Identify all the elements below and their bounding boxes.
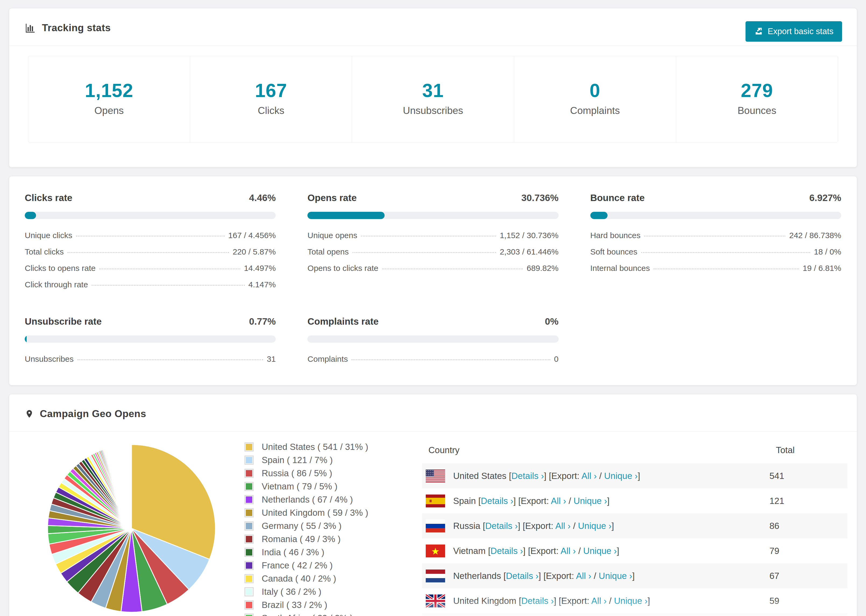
detail-label: Clicks to opens rate	[25, 264, 96, 273]
campaign-geo-opens-card: Campaign Geo Opens United States ( 541 /…	[9, 394, 857, 616]
table-row-de: Germany [Details ›] [Export: All › / Uni…	[422, 613, 847, 616]
total-cell: 67	[770, 563, 847, 588]
dotted-leader	[644, 236, 785, 237]
details-link[interactable]: Details ›	[506, 571, 538, 581]
tracking-stats-header: Tracking stats Export basic stats	[9, 8, 857, 46]
summary-value: 279	[679, 80, 835, 101]
detail-value: 167 / 4.456%	[228, 231, 276, 240]
table-row-ru: Russia [Details ›] [Export: All › / Uniq…	[422, 513, 847, 538]
table-row-us: United States [Details ›] [Export: All ›…	[422, 464, 847, 488]
export-unique-link[interactable]: Unique ›	[578, 521, 612, 531]
export-unique-link[interactable]: Unique ›	[604, 471, 638, 481]
details-link[interactable]: Details ›	[511, 471, 544, 481]
summary-label: Complaints	[517, 105, 673, 116]
detail-label: Unique clicks	[25, 231, 72, 240]
summary-value: 31	[355, 80, 511, 101]
geo-table-header-row: Country Total	[422, 437, 847, 464]
dotted-leader	[77, 359, 263, 360]
legend-swatch	[244, 482, 254, 491]
export-all-link[interactable]: All ›	[591, 596, 607, 606]
rate-progress-fill	[590, 212, 608, 219]
legend-swatch	[244, 508, 254, 517]
us-flag-icon	[426, 470, 445, 482]
rates-grid: Clicks rate4.46%Unique clicks167 / 4.456…	[25, 192, 841, 364]
country-links: Russia [Details ›] [Export: All › / Uniq…	[453, 521, 614, 531]
legend-swatch	[244, 534, 254, 544]
dotted-leader	[68, 252, 229, 253]
summary-label: Unsubscribes	[355, 105, 511, 116]
country-links: United States [Details ›] [Export: All ›…	[453, 471, 640, 481]
geo-content: United States ( 541 / 31% )Spain ( 121 /…	[9, 432, 857, 616]
detail-value: 14.497%	[244, 264, 276, 273]
export-basic-stats-button[interactable]: Export basic stats	[746, 21, 842, 42]
detail-value: 4.147%	[249, 280, 276, 289]
rate-title: Unsubscribe rate	[25, 316, 102, 327]
detail-label: Hard bounces	[590, 231, 641, 240]
dotted-leader	[76, 236, 225, 237]
rate-title: Bounce rate	[590, 192, 645, 203]
legend-item: Brazil ( 33 / 2% )	[244, 600, 419, 610]
summary-value: 167	[193, 80, 349, 101]
legend-swatch	[244, 587, 254, 596]
export-unique-link[interactable]: Unique ›	[583, 546, 617, 556]
dotted-leader	[653, 269, 799, 269]
detail-label: Opens to clicks rate	[307, 264, 378, 273]
total-cell: 86	[770, 513, 847, 538]
export-all-link[interactable]: All ›	[581, 471, 597, 481]
country-name: United Kingdom	[453, 596, 519, 606]
detail-row: Hard bounces242 / 86.738%	[590, 231, 841, 240]
details-link[interactable]: Details ›	[491, 546, 523, 556]
table-row-gb: United Kingdom [Details ›] [Export: All …	[422, 588, 847, 613]
legend-label: Romania ( 49 / 3% )	[262, 534, 340, 544]
country-cell: Russia [Details ›] [Export: All › / Uniq…	[422, 513, 770, 538]
legend-swatch	[244, 600, 254, 610]
legend-item: United Kingdom ( 59 / 3% )	[244, 508, 419, 518]
details-link[interactable]: Details ›	[481, 496, 513, 506]
legend-item: Spain ( 121 / 7% )	[244, 455, 419, 465]
country-cell: United Kingdom [Details ›] [Export: All …	[422, 588, 770, 613]
rate-progress-bar	[25, 212, 276, 219]
summary-value: 1,152	[31, 80, 187, 101]
rate-head: Complaints rate0%	[307, 316, 558, 327]
details-link[interactable]: Details ›	[485, 521, 518, 531]
summary-cell-opens: 1,152Opens	[28, 56, 190, 142]
legend-swatch	[244, 561, 254, 570]
export-all-link[interactable]: All ›	[576, 571, 591, 581]
dotted-leader	[99, 269, 240, 269]
legend-label: United Kingdom ( 59 / 3% )	[262, 508, 368, 518]
legend-swatch	[244, 495, 254, 504]
country-name: Spain	[453, 496, 479, 506]
export-all-link[interactable]: All ›	[555, 521, 571, 531]
country-links: Netherlands [Details ›] [Export: All › /…	[453, 571, 635, 581]
page-title: Tracking stats	[42, 22, 111, 34]
rate-progress-bar	[25, 335, 276, 343]
export-unique-link[interactable]: Unique ›	[599, 571, 632, 581]
summary-cell-clicks: 167Clicks	[190, 56, 352, 142]
detail-value: 19 / 6.81%	[803, 264, 841, 273]
legend-item: Romania ( 49 / 3% )	[244, 534, 419, 544]
bar-chart-icon	[25, 22, 36, 34]
detail-label: Total opens	[307, 247, 348, 256]
legend-item: South Africa ( 29 / 2% )	[244, 613, 419, 616]
export-all-link[interactable]: All ›	[561, 546, 576, 556]
tracking-stats-card: Tracking stats Export basic stats 1,152O…	[9, 8, 857, 167]
legend-item: India ( 46 / 3% )	[244, 547, 419, 558]
summary-stats-row: 1,152Opens167Clicks31Unsubscribes0Compla…	[28, 56, 838, 143]
legend-item: Netherlands ( 67 / 4% )	[244, 495, 419, 505]
rate-progress-fill	[25, 212, 36, 219]
detail-value: 220 / 5.87%	[233, 247, 276, 256]
rate-block-opens-rate: Opens rate30.736%Unique opens1,152 / 30.…	[307, 192, 558, 289]
rate-title: Complaints rate	[307, 316, 379, 327]
export-all-link[interactable]: All ›	[551, 496, 566, 506]
rate-progress-bar	[307, 335, 558, 343]
rate-title: Opens rate	[307, 192, 357, 203]
summary-label: Opens	[31, 105, 187, 116]
ru-flag-icon	[426, 520, 445, 533]
export-unique-link[interactable]: Unique ›	[574, 496, 607, 506]
export-unique-link[interactable]: Unique ›	[614, 596, 648, 606]
legend-item: Canada ( 40 / 2% )	[244, 574, 419, 584]
legend-label: Vietnam ( 79 / 5% )	[262, 481, 337, 492]
geo-table: Country Total United States [Details ›] …	[422, 437, 847, 616]
detail-row: Clicks to opens rate14.497%	[25, 264, 276, 273]
details-link[interactable]: Details ›	[521, 596, 554, 606]
